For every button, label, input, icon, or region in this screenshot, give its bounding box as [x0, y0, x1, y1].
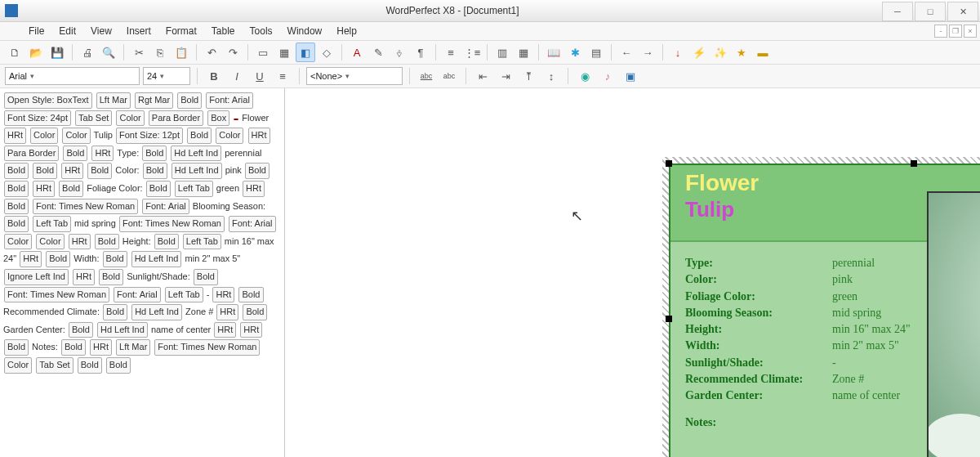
reveal-code[interactable]: HRt: [216, 304, 238, 320]
reveal-code[interactable]: Left Tab: [165, 287, 203, 303]
text-box[interactable]: Flower Tulip Type:perennialColor:pinkFol…: [669, 164, 980, 457]
reveal-code[interactable]: HRt: [240, 322, 262, 338]
reveal-code[interactable]: HRt: [91, 146, 114, 162]
reveal-code[interactable]: Font: Times New Roman: [33, 199, 138, 215]
bullet-list-icon[interactable]: ⋮≡: [462, 43, 482, 62]
reveal-text[interactable]: -: [207, 289, 210, 299]
reveal-text[interactable]: Type:: [117, 148, 139, 158]
reveal-code[interactable]: Bold: [245, 163, 270, 179]
menu-view[interactable]: View: [83, 24, 119, 38]
columns-icon[interactable]: ▥: [492, 43, 512, 62]
reveal-code[interactable]: Hd Left Ind: [172, 163, 222, 179]
select-shape-icon[interactable]: ◧: [296, 43, 315, 62]
line-spacing-icon[interactable]: ↕: [541, 66, 561, 86]
numbered-list-icon[interactable]: ≡: [441, 43, 461, 62]
reveal-code[interactable]: Bold: [187, 128, 212, 144]
reveal-code[interactable]: HRt: [90, 339, 112, 356]
menu-window[interactable]: Window: [280, 24, 330, 38]
reveal-code[interactable]: Bold: [143, 163, 167, 179]
reveal-code[interactable]: Bold: [194, 269, 218, 285]
maximize-button[interactable]: □: [915, 2, 946, 21]
reveal-text[interactable]: Recommended Climate:: [3, 307, 100, 316]
font-color-icon[interactable]: A: [347, 43, 367, 62]
reveal-code[interactable]: HRt: [61, 163, 83, 179]
document-area[interactable]: ↖ Flower Tulip: [285, 88, 980, 457]
menu-file[interactable]: File: [21, 24, 51, 38]
reveal-text[interactable]: Foliage Color:: [87, 183, 142, 193]
font-select[interactable]: Arial▾: [5, 67, 140, 85]
reveal-text[interactable]: Height:: [122, 236, 151, 246]
reveal-code[interactable]: Bold: [69, 322, 93, 338]
reveal-code[interactable]: Bold: [146, 181, 171, 197]
table-icon[interactable]: ▦: [514, 43, 533, 62]
minimize-button[interactable]: ─: [882, 2, 913, 21]
save-icon[interactable]: 💾: [47, 43, 67, 62]
italic-button[interactable]: I: [227, 66, 247, 86]
reveal-code[interactable]: Left Tab: [175, 181, 213, 197]
new-icon[interactable]: 🗋: [5, 43, 24, 62]
reveal-code[interactable]: Bold: [4, 216, 29, 232]
align-left-icon[interactable]: ≡: [273, 66, 292, 86]
reveal-text[interactable]: pink: [225, 165, 242, 175]
underline-button[interactable]: U: [250, 66, 270, 86]
undo-icon[interactable]: ↶: [202, 43, 221, 62]
reveal-code[interactable]: Bold: [4, 163, 29, 179]
redo-icon[interactable]: ↷: [223, 43, 243, 62]
reveal-text[interactable]: Tulip: [94, 130, 113, 140]
reveal-code[interactable]: Left Tab: [33, 216, 71, 232]
styles-icon[interactable]: ▤: [586, 43, 606, 62]
reveal-code[interactable]: HRt: [248, 128, 270, 144]
reveal-code[interactable]: Hd Left Ind: [171, 146, 221, 162]
copy-icon[interactable]: ⎘: [150, 43, 170, 62]
reveal-text[interactable]: green: [216, 183, 239, 193]
wand-icon[interactable]: ✨: [710, 43, 730, 62]
reveal-code[interactable]: Left Tab: [183, 234, 221, 250]
caret-icon[interactable]: ⎀: [390, 43, 409, 62]
reveal-code[interactable]: Hd Left Ind: [131, 251, 182, 267]
cut-icon[interactable]: ✂: [129, 43, 149, 62]
reveal-code[interactable]: HRt: [69, 234, 91, 250]
macro-icon[interactable]: ▣: [621, 66, 640, 86]
reveal-code[interactable]: HRt: [4, 128, 26, 144]
reveal-code[interactable]: Bold: [177, 92, 202, 109]
reveal-code[interactable]: Font Size: 12pt: [116, 128, 183, 144]
nav-back-icon[interactable]: ←: [617, 43, 636, 62]
reveal-code[interactable]: Font: Arial: [142, 199, 189, 215]
reveal-code[interactable]: Bold: [106, 357, 131, 374]
fill-icon[interactable]: ▦: [274, 43, 294, 62]
reveal-code[interactable]: Font: Arial: [206, 92, 253, 109]
reveal-code[interactable]: Lft Mar: [116, 339, 150, 356]
menu-edit[interactable]: Edit: [51, 24, 83, 38]
reveal-text[interactable]: Zone #: [185, 307, 213, 316]
reveal-code[interactable]: HRt: [243, 181, 265, 197]
highlight-icon[interactable]: ✎: [368, 43, 388, 62]
reveal-code[interactable]: Bold: [103, 251, 127, 267]
resize-handle-tl[interactable]: [666, 160, 672, 167]
reveal-code[interactable]: Color: [116, 110, 144, 127]
prompt-icon[interactable]: ♪: [598, 66, 617, 86]
reveal-code[interactable]: Color: [36, 234, 64, 250]
bold-button[interactable]: B: [204, 66, 224, 86]
reveal-code[interactable]: Rgt Mar: [135, 92, 173, 109]
reveal-text[interactable]: perennial: [225, 148, 261, 158]
paste-icon[interactable]: 📋: [172, 43, 191, 62]
preview-icon[interactable]: 🔍: [99, 43, 118, 62]
reveal-code[interactable]: Bold: [46, 251, 70, 267]
bolt-icon[interactable]: ⚡: [689, 43, 709, 62]
mdi-restore-button[interactable]: ❐: [949, 25, 962, 38]
reveal-code[interactable]: Bold: [61, 339, 86, 356]
reveal-code[interactable]: Bold: [243, 304, 267, 320]
reveal-text[interactable]: min 2" max 5": [185, 253, 241, 263]
menu-format[interactable]: Format: [158, 24, 204, 38]
reveal-code[interactable]: Tab Set: [75, 110, 112, 127]
speech-icon[interactable]: ◉: [575, 66, 595, 86]
flag-icon[interactable]: ▬: [753, 43, 773, 62]
reveal-code[interactable]: Bold: [238, 287, 263, 303]
reveal-code[interactable]: Bold: [59, 181, 83, 197]
resize-handle-ml[interactable]: [666, 316, 672, 322]
reveal-code[interactable]: HRt: [20, 251, 42, 267]
reveal-code[interactable]: Font: Times New Roman: [154, 339, 260, 356]
reveal-code[interactable]: Bold: [95, 234, 119, 250]
reveal-code[interactable]: HRt: [212, 287, 234, 303]
reveal-code[interactable]: Color: [62, 128, 90, 144]
